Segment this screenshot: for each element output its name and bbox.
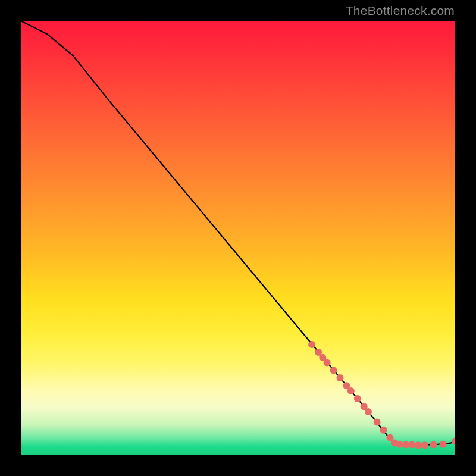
data-marker bbox=[365, 408, 372, 415]
data-marker bbox=[354, 395, 361, 402]
data-marker bbox=[347, 387, 355, 394]
data-marker bbox=[330, 367, 337, 374]
data-marker bbox=[374, 419, 381, 426]
bottleneck-curve bbox=[21, 21, 455, 445]
chart-svg bbox=[21, 21, 455, 455]
data-marker bbox=[396, 441, 403, 448]
data-marker bbox=[408, 441, 415, 449]
data-marker bbox=[415, 441, 422, 449]
data-marker bbox=[324, 359, 331, 367]
data-marker bbox=[308, 341, 315, 348]
data-marker bbox=[440, 441, 447, 448]
data-marker bbox=[452, 438, 455, 445]
chart-stage: TheBottleneck.com bbox=[0, 0, 476, 476]
data-markers bbox=[308, 341, 455, 449]
data-marker bbox=[430, 441, 437, 449]
data-marker bbox=[380, 427, 387, 434]
data-marker bbox=[337, 374, 344, 381]
data-marker bbox=[421, 441, 428, 449]
watermark-text: TheBottleneck.com bbox=[346, 4, 455, 18]
plot-area bbox=[21, 21, 455, 455]
